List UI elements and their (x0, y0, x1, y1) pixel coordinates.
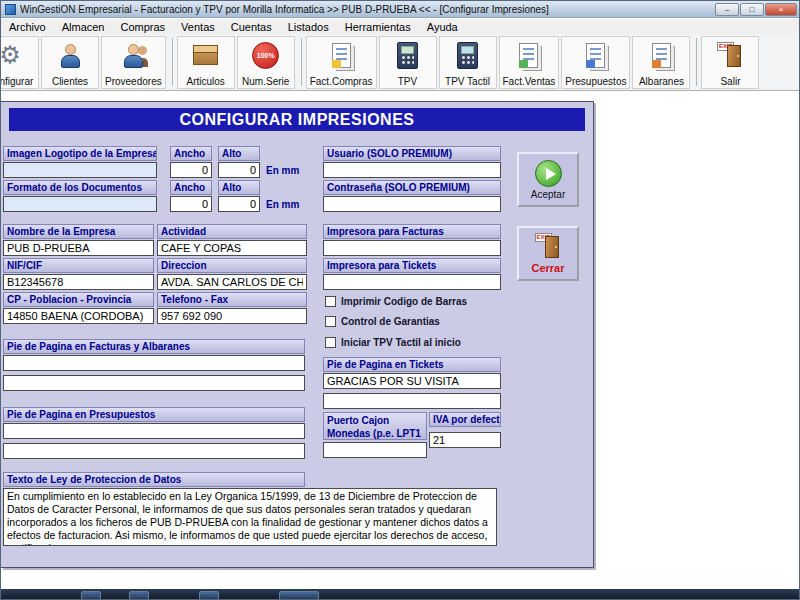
toolbar-button-fact-compras[interactable]: Fact.Compras (306, 36, 377, 89)
toolbar-button-articulos[interactable]: Articulos (177, 36, 235, 89)
window-title: WinGestiON Empresarial - Facturacion y T… (20, 4, 549, 15)
input-logo-ancho[interactable] (170, 162, 212, 178)
label-telefono-fax: Telefono - Fax (157, 292, 307, 307)
menu-item-herramientas[interactable]: Herramientas (337, 21, 419, 33)
input-pie-facturas-linea1[interactable] (3, 355, 305, 371)
menu-item-ayuda[interactable]: Ayuda (419, 21, 466, 33)
textarea-ley-proteccion-datos[interactable]: En cumplimiento en lo establecido en la … (3, 488, 497, 546)
menu-item-archivo[interactable]: Archivo (1, 21, 54, 33)
title-bar: WinGestiON Empresarial - Facturacion y T… (1, 1, 800, 18)
toolbar-separator (301, 38, 302, 86)
checkbox-control-garantias[interactable]: Control de Garantias (325, 316, 440, 327)
taskbar-item[interactable] (81, 591, 101, 600)
input-direccion[interactable] (157, 274, 307, 290)
input-actividad[interactable] (157, 240, 307, 256)
taskbar-item[interactable] (199, 591, 219, 600)
checkbox-box-icon[interactable] (325, 337, 336, 348)
menu-item-almacen[interactable]: Almacen (54, 21, 113, 33)
label-imagen-logotipo: Imagen Logotipo de la Empresa (3, 146, 157, 161)
label-texto-ley-proteccion-datos: Texto de Ley de Proteccion de Datos (3, 472, 305, 487)
menu-item-cuentas[interactable]: Cuentas (223, 21, 280, 33)
label-direccion: Direccion (157, 258, 307, 273)
label-cp-poblacion-provincia: CP - Poblacion - Provincia (3, 292, 154, 307)
label-puerto-cajon-monedas: Puerto Cajon Monedas (p.e. LPT1 (323, 412, 427, 440)
taskbar-item[interactable] (129, 591, 149, 600)
menu-item-listados[interactable]: Listados (280, 21, 337, 33)
label-impresora-tickets: Impresora para Tickets (323, 258, 501, 273)
cerrar-button[interactable]: EXIT Cerrar (517, 226, 579, 281)
toolbar-separator (696, 38, 697, 86)
input-impresora-facturas[interactable] (323, 240, 501, 256)
label-actividad: Actividad (157, 224, 307, 239)
checkbox-box-icon[interactable] (325, 316, 336, 327)
aceptar-button[interactable]: Aceptar (517, 152, 579, 207)
toolbar-button-clientes[interactable]: Clientes (41, 36, 99, 89)
input-formato-ancho[interactable] (170, 196, 212, 212)
tpv-tactil-calculator-icon (457, 39, 478, 72)
input-nif-cif[interactable] (3, 274, 154, 290)
label-contrasena-premium: Contraseña (SOLO PREMIUM) (323, 180, 501, 195)
toolbar-button-num-serie[interactable]: 100% Num.Serie (237, 36, 295, 89)
client-area: CONFIGURAR IMPRESIONES Imagen Logotipo d… (1, 91, 800, 589)
toolbar-button-proveedores[interactable]: Proveedores (101, 36, 166, 89)
input-iva-por-defecto[interactable] (429, 432, 501, 448)
exit-door-icon: EXIT (717, 39, 744, 72)
toolbar-button-tpv[interactable]: TPV (379, 36, 437, 89)
application-window: WinGestiON Empresarial - Facturacion y T… (0, 0, 800, 600)
app-icon (5, 4, 16, 15)
menu-item-ventas[interactable]: Ventas (173, 21, 223, 33)
input-puerto-cajon-monedas[interactable] (323, 442, 427, 458)
toolbar-button-albaranes[interactable]: Albaranes (632, 36, 690, 89)
input-pie-tickets-linea2[interactable] (323, 393, 501, 409)
input-pie-tickets-linea1[interactable] (323, 373, 501, 389)
label-logo-alto: Alto (218, 146, 260, 161)
label-formato-documentos: Formato de los Documentos (3, 180, 157, 195)
label-iva-por-defecto: IVA por defecto (429, 412, 501, 427)
toolbar-button-fact-ventas[interactable]: Fact.Ventas (499, 36, 560, 89)
input-pie-presupuestos-linea2[interactable] (3, 443, 305, 459)
toolbar-button-presupuestos[interactable]: Presupuestos (561, 36, 630, 89)
input-nombre-empresa[interactable] (3, 240, 154, 256)
toolbar-button-configurar[interactable]: Configurar (1, 36, 39, 89)
close-button[interactable]: × (765, 3, 797, 16)
checkbox-box-icon[interactable] (325, 296, 336, 307)
input-formato-alto[interactable] (218, 196, 260, 212)
delivery-notes-doc-icon (652, 39, 671, 72)
quotes-doc-icon (586, 39, 605, 72)
taskbar (1, 589, 800, 600)
input-telefono-fax[interactable] (157, 308, 307, 324)
articles-box-icon (193, 39, 218, 72)
input-pie-facturas-linea2[interactable] (3, 375, 305, 391)
input-contrasena-premium[interactable] (323, 196, 501, 212)
label-usuario-premium: Usuario (SOLO PREMIUM) (323, 146, 501, 161)
toolbar-separator (172, 38, 173, 86)
label-pie-facturas-albaranes: Pie de Pagina en Facturas y Albaranes (3, 339, 305, 354)
toolbar-button-tpv-tactil[interactable]: TPV Tactil (439, 36, 497, 89)
input-cp-poblacion-provincia[interactable] (3, 308, 154, 324)
menu-item-compras[interactable]: Compras (112, 21, 173, 33)
input-pie-presupuestos-linea1[interactable] (3, 423, 305, 439)
taskbar-item[interactable] (279, 591, 319, 600)
toolbar: Configurar Clientes Proveedores Articulo… (1, 34, 800, 91)
label-nif-cif: NIF/CIF (3, 258, 154, 273)
accept-play-icon (535, 160, 562, 187)
input-usuario-premium[interactable] (323, 162, 501, 178)
input-imagen-logotipo[interactable] (3, 162, 157, 178)
checkbox-iniciar-tpv-tactil[interactable]: Iniciar TPV Tactil al inicio (325, 337, 461, 348)
input-impresora-tickets[interactable] (323, 274, 501, 290)
minimize-button[interactable]: – (715, 3, 739, 16)
toolbar-button-salir[interactable]: EXIT Salir (701, 36, 759, 89)
dialog-title: CONFIGURAR IMPRESIONES (9, 108, 585, 131)
gear-icon (1, 39, 21, 72)
serial-badge-icon: 100% (252, 39, 279, 72)
sales-invoices-doc-icon (519, 39, 538, 72)
label-formato-alto: Alto (218, 180, 260, 195)
input-logo-alto[interactable] (218, 162, 260, 178)
checkbox-imprimir-codigo-barras[interactable]: Imprimir Codigo de Barras (325, 296, 467, 307)
tpv-calculator-icon (397, 39, 418, 72)
window-controls: – □ × (715, 3, 797, 16)
label-logo-ancho: Ancho (170, 146, 212, 161)
units-formato-mm: En mm (266, 199, 299, 210)
input-formato-documentos[interactable] (3, 196, 157, 212)
maximize-button[interactable]: □ (740, 3, 764, 16)
